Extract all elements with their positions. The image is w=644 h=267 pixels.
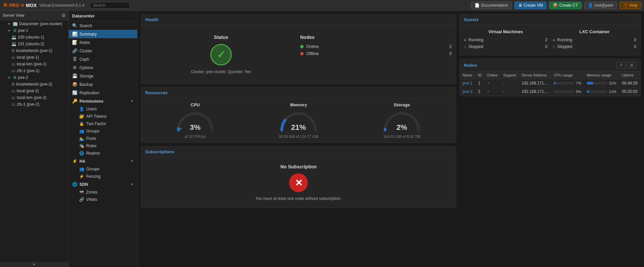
nav-sub-vnets[interactable]: 🔗 VNets bbox=[69, 196, 137, 203]
sidebar-item-vm100[interactable]: 💻 100 (ubuntu-1) bbox=[0, 34, 68, 41]
create-vm-button[interactable]: 🖥 Create VM bbox=[515, 2, 546, 9]
sidebar-item-local-pve1[interactable]: 🗂 local (pve-1) bbox=[0, 54, 68, 61]
nav-sub-fencing[interactable]: ⚡ Fencing bbox=[69, 173, 137, 180]
cell-id: 1 bbox=[475, 79, 484, 88]
health-nodes-section: Nodes Online 2 Offline bbox=[300, 29, 452, 63]
nav-fencing-label: Fencing bbox=[86, 174, 101, 179]
nav-sub-users[interactable]: 👤 Users bbox=[69, 105, 137, 113]
sidebar-item-vm101[interactable]: 💻 101 (ubuntu-2) bbox=[0, 41, 68, 47]
datacenter-icon: 🏢 bbox=[13, 21, 18, 26]
nav-section-permissions[interactable]: 🔑 Permissions ▼ bbox=[69, 97, 137, 105]
subscriptions-title: Subscriptions bbox=[141, 147, 456, 157]
sidebar-item-zfs1-pve2[interactable]: 🗂 zfs-1 (pve-2) bbox=[0, 101, 68, 108]
sidebar-item-local-pve2[interactable]: 🗂 local (pve-2) bbox=[0, 88, 68, 94]
cell-name: pve-2 bbox=[460, 88, 475, 96]
offline-label: Offline bbox=[306, 51, 447, 56]
sidebar-item-datacenter[interactable]: ▼ 🏢 Datacenter (pve-cluster) bbox=[0, 20, 68, 27]
col-address: Server Address bbox=[519, 71, 551, 79]
node-icon-pve1: 🖥 bbox=[13, 28, 17, 33]
nav-item-storage[interactable]: 💾 Storage bbox=[69, 72, 137, 80]
nav-two-factor-label: Two Factor bbox=[86, 121, 106, 126]
nav-item-notes[interactable]: 📝 Notes bbox=[69, 38, 137, 47]
storage-resource: Storage 2% 154.01 Gi bbox=[352, 102, 452, 139]
nodes-details-button[interactable]: ⊞ bbox=[627, 62, 636, 68]
zfs1-pve1-label: zfs-1 (pve-1) bbox=[17, 68, 39, 73]
nav-sub-zones[interactable]: 🗺 Zones bbox=[69, 189, 137, 196]
cluster-icon: 🔗 bbox=[72, 48, 77, 53]
help-button[interactable]: ❓ Help bbox=[620, 2, 641, 9]
subscriptions-card: Subscriptions No Subscription ✕ You have… bbox=[141, 146, 456, 208]
sidebar-scroll-down[interactable]: ▼ bbox=[0, 262, 68, 267]
guests-title: Guests bbox=[460, 14, 640, 25]
vm-running-row: ● Running 2 bbox=[464, 38, 547, 42]
nav-summary-label: Summary bbox=[79, 32, 134, 37]
vm-icon-101: 💻 bbox=[11, 42, 16, 46]
col-name: Name bbox=[460, 71, 475, 79]
storage-gauge: 2% bbox=[382, 110, 422, 132]
storage-detail: 154.01 GiB of 8.42 TiB bbox=[383, 135, 421, 139]
storage-icon-zfs1-pve1: 🗂 bbox=[11, 68, 15, 73]
server-view-label: Server View bbox=[3, 13, 61, 18]
nav-sub-api-tokens[interactable]: 🔐 API Tokens bbox=[69, 113, 137, 120]
sidebar-item-pve2[interactable]: ▼ 🖥 pve-2 bbox=[0, 74, 68, 81]
nodes-refresh-button[interactable]: ↺ bbox=[616, 62, 626, 68]
nav-item-ceph[interactable]: 🗄 Ceph bbox=[69, 55, 137, 63]
cell-name: pve-1 bbox=[460, 79, 475, 88]
nav-item-options[interactable]: ⚙ Options bbox=[69, 63, 137, 72]
lxc-running-row: ● Running 0 bbox=[553, 38, 636, 42]
nav-item-backup[interactable]: 📦 Backup bbox=[69, 80, 137, 89]
cpu-value: 3% bbox=[175, 123, 215, 132]
sidebar-header: Server View ⚙ bbox=[0, 11, 68, 20]
groups-icon: 👥 bbox=[79, 129, 84, 134]
chevron-down-icon: ▼ bbox=[7, 22, 11, 26]
sidebar-item-local-lvm-pve2[interactable]: 🗂 local-lvm (pve-2) bbox=[0, 94, 68, 101]
pools-icon: 🏊 bbox=[79, 136, 84, 141]
x-icon: ✕ bbox=[295, 177, 303, 189]
cell-online: ✓ bbox=[484, 88, 500, 96]
guests-grid: Virtual Machines ● Running 2 bbox=[464, 29, 636, 51]
sidebar-item-zfs1-pve1[interactable]: 🗂 zfs-1 (pve-1) bbox=[0, 67, 68, 74]
nav-sub-ha-groups[interactable]: 👥 Groups bbox=[69, 165, 137, 173]
nav-item-cluster[interactable]: 🔗 Cluster bbox=[69, 47, 137, 55]
sidebar-item-pve1[interactable]: ▼ 🖥 pve-1 bbox=[0, 27, 68, 34]
sidebar-item-localnetwork-pve2[interactable]: ⊞ localnetwork (pve-2) bbox=[0, 81, 68, 88]
nav-roles-label: Roles bbox=[86, 144, 97, 148]
datacenter-label: Datacenter (pve-cluster) bbox=[19, 21, 62, 26]
cell-address: 192.168.171.... bbox=[519, 88, 551, 96]
nav-groups-label: Groups bbox=[86, 129, 99, 134]
two-factor-icon: 🔒 bbox=[79, 121, 84, 126]
nav-item-search[interactable]: 🔍 Search bbox=[69, 21, 137, 30]
nav-notes-label: Notes bbox=[79, 40, 134, 45]
localnetwork-pve2-label: localnetwork (pve-2) bbox=[16, 82, 52, 87]
sidebar-item-local-lvm-pve1[interactable]: 🗂 local-lvm (pve-1) bbox=[0, 61, 68, 67]
nav-sub-pools[interactable]: 🏊 Pools bbox=[69, 135, 137, 142]
documentation-button[interactable]: 📄 Documentation bbox=[471, 2, 512, 9]
cpu-detail: of 32 CPU(s) bbox=[184, 135, 206, 139]
cpu-gauge: 3% bbox=[175, 110, 215, 132]
topbar-search-input[interactable] bbox=[90, 2, 130, 9]
resources-title: Resources bbox=[141, 88, 456, 98]
nav-item-replication[interactable]: 🔄 Replication bbox=[69, 89, 137, 97]
nav-replication-label: Replication bbox=[79, 91, 134, 95]
create-ct-button[interactable]: 📦 Create CT bbox=[549, 2, 581, 9]
nav-item-summary[interactable]: 📊 Summary bbox=[69, 30, 137, 38]
health-offline-row: Offline 0 bbox=[300, 51, 452, 56]
health-nodes-title: Nodes bbox=[300, 35, 452, 40]
doc-icon: 📄 bbox=[475, 3, 480, 8]
nav-section-sdn[interactable]: 🌐 SDN ▼ bbox=[69, 180, 137, 189]
nav-vnets-label: VNets bbox=[86, 197, 97, 202]
nodes-title: Nodes bbox=[464, 63, 616, 68]
lxc-running-count: 0 bbox=[634, 38, 636, 42]
ct-icon: 📦 bbox=[553, 3, 558, 8]
nav-sub-roles[interactable]: 🎭 Roles bbox=[69, 142, 137, 150]
backup-icon: 📦 bbox=[72, 82, 77, 87]
logo-x: ✕ bbox=[3, 2, 8, 9]
sidebar-item-localnetwork-pve1[interactable]: ⊞ localnetwork (pve-1) bbox=[0, 47, 68, 54]
guests-body: Virtual Machines ● Running 2 bbox=[460, 25, 640, 55]
nav-section-ha[interactable]: ⚡ HA ▼ bbox=[69, 157, 137, 165]
user-menu[interactable]: 👤 root@pam bbox=[584, 2, 617, 9]
gear-icon[interactable]: ⚙ bbox=[61, 13, 66, 18]
nav-sub-two-factor[interactable]: 🔒 Two Factor bbox=[69, 120, 137, 127]
nav-sub-groups[interactable]: 👥 Groups bbox=[69, 127, 137, 135]
nav-sub-realms[interactable]: 🌐 Realms bbox=[69, 150, 137, 157]
